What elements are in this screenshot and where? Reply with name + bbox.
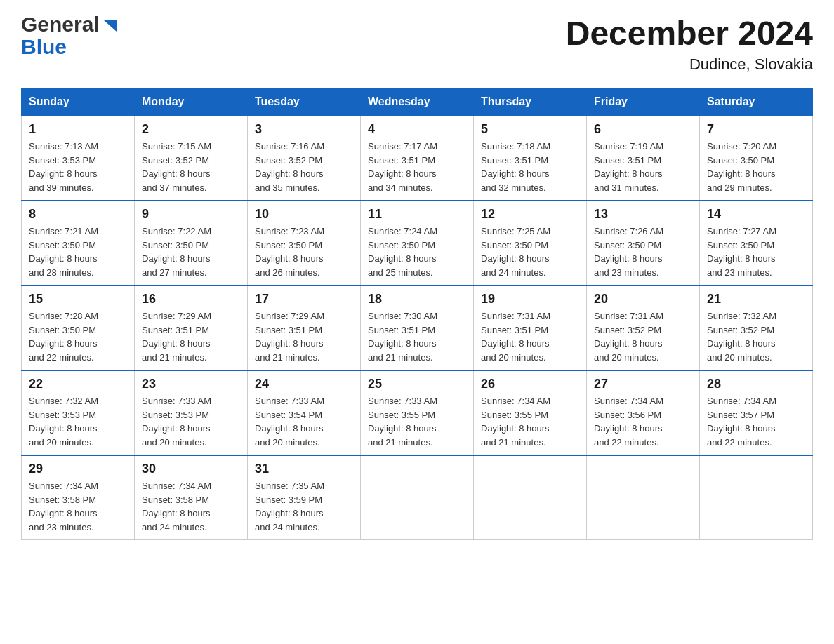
- day-info: Sunrise: 7:17 AM Sunset: 3:51 PM Dayligh…: [368, 140, 466, 194]
- table-row: 2 Sunrise: 7:15 AM Sunset: 3:52 PM Dayli…: [135, 116, 248, 201]
- svg-marker-0: [104, 20, 117, 32]
- day-info: Sunrise: 7:34 AM Sunset: 3:55 PM Dayligh…: [481, 394, 579, 449]
- day-number: 18: [368, 292, 466, 307]
- table-row: 17 Sunrise: 7:29 AM Sunset: 3:51 PM Dayl…: [248, 286, 361, 370]
- col-saturday: Saturday: [700, 88, 813, 116]
- table-row: 13 Sunrise: 7:26 AM Sunset: 3:50 PM Dayl…: [587, 201, 700, 286]
- day-info: Sunrise: 7:16 AM Sunset: 3:52 PM Dayligh…: [255, 140, 353, 194]
- table-row: 19 Sunrise: 7:31 AM Sunset: 3:51 PM Dayl…: [474, 286, 587, 370]
- calendar-table: Sunday Monday Tuesday Wednesday Thursday…: [21, 88, 813, 540]
- day-info: Sunrise: 7:13 AM Sunset: 3:53 PM Dayligh…: [29, 140, 127, 194]
- table-row: 22 Sunrise: 7:32 AM Sunset: 3:53 PM Dayl…: [22, 370, 135, 455]
- day-info: Sunrise: 7:29 AM Sunset: 3:51 PM Dayligh…: [255, 309, 353, 364]
- day-info: Sunrise: 7:25 AM Sunset: 3:50 PM Dayligh…: [481, 224, 579, 279]
- day-number: 19: [481, 292, 579, 307]
- day-info: Sunrise: 7:23 AM Sunset: 3:50 PM Dayligh…: [255, 224, 353, 279]
- day-number: 14: [707, 207, 805, 222]
- day-number: 20: [594, 292, 692, 307]
- table-row: 9 Sunrise: 7:22 AM Sunset: 3:50 PM Dayli…: [135, 201, 248, 286]
- day-info: Sunrise: 7:34 AM Sunset: 3:58 PM Dayligh…: [142, 479, 240, 534]
- table-row: 18 Sunrise: 7:30 AM Sunset: 3:51 PM Dayl…: [361, 286, 474, 370]
- day-info: Sunrise: 7:24 AM Sunset: 3:50 PM Dayligh…: [368, 224, 466, 279]
- day-info: Sunrise: 7:34 AM Sunset: 3:58 PM Dayligh…: [29, 479, 127, 534]
- day-info: Sunrise: 7:32 AM Sunset: 3:52 PM Dayligh…: [707, 309, 805, 364]
- table-row: [700, 455, 813, 540]
- table-row: 16 Sunrise: 7:29 AM Sunset: 3:51 PM Dayl…: [135, 286, 248, 370]
- day-number: 28: [707, 377, 805, 391]
- col-wednesday: Wednesday: [361, 88, 474, 116]
- table-row: [474, 455, 587, 540]
- table-row: 23 Sunrise: 7:33 AM Sunset: 3:53 PM Dayl…: [135, 370, 248, 455]
- table-row: 1 Sunrise: 7:13 AM Sunset: 3:53 PM Dayli…: [22, 116, 135, 201]
- calendar-week-row: 1 Sunrise: 7:13 AM Sunset: 3:53 PM Dayli…: [22, 116, 813, 201]
- table-row: 29 Sunrise: 7:34 AM Sunset: 3:58 PM Dayl…: [22, 455, 135, 540]
- day-number: 29: [29, 462, 127, 476]
- day-number: 15: [29, 292, 127, 307]
- calendar-week-row: 22 Sunrise: 7:32 AM Sunset: 3:53 PM Dayl…: [22, 370, 813, 455]
- day-info: Sunrise: 7:27 AM Sunset: 3:50 PM Dayligh…: [707, 224, 805, 279]
- day-info: Sunrise: 7:35 AM Sunset: 3:59 PM Dayligh…: [255, 479, 353, 534]
- day-number: 30: [142, 462, 240, 476]
- table-row: 25 Sunrise: 7:33 AM Sunset: 3:55 PM Dayl…: [361, 370, 474, 455]
- table-row: 28 Sunrise: 7:34 AM Sunset: 3:57 PM Dayl…: [700, 370, 813, 455]
- day-number: 5: [481, 122, 579, 137]
- day-number: 23: [142, 377, 240, 391]
- day-info: Sunrise: 7:34 AM Sunset: 3:57 PM Dayligh…: [707, 394, 805, 449]
- day-info: Sunrise: 7:33 AM Sunset: 3:53 PM Dayligh…: [142, 394, 240, 449]
- day-number: 10: [255, 207, 353, 222]
- logo: General Blue: [21, 14, 118, 58]
- table-row: [587, 455, 700, 540]
- day-info: Sunrise: 7:21 AM Sunset: 3:50 PM Dayligh…: [29, 224, 127, 279]
- calendar-subtitle: Dudince, Slovakia: [566, 55, 813, 74]
- calendar-header-row: Sunday Monday Tuesday Wednesday Thursday…: [22, 88, 813, 116]
- page-header: General Blue December 2024 Dudince, Slov…: [21, 14, 813, 74]
- title-section: December 2024 Dudince, Slovakia: [566, 14, 813, 74]
- col-tuesday: Tuesday: [248, 88, 361, 116]
- day-number: 25: [368, 377, 466, 391]
- day-info: Sunrise: 7:29 AM Sunset: 3:51 PM Dayligh…: [142, 309, 240, 364]
- day-info: Sunrise: 7:26 AM Sunset: 3:50 PM Dayligh…: [594, 224, 692, 279]
- day-info: Sunrise: 7:19 AM Sunset: 3:51 PM Dayligh…: [594, 140, 692, 194]
- day-number: 21: [707, 292, 805, 307]
- day-number: 8: [29, 207, 127, 222]
- table-row: 14 Sunrise: 7:27 AM Sunset: 3:50 PM Dayl…: [700, 201, 813, 286]
- table-row: [361, 455, 474, 540]
- day-info: Sunrise: 7:33 AM Sunset: 3:54 PM Dayligh…: [255, 394, 353, 449]
- day-number: 24: [255, 377, 353, 391]
- day-info: Sunrise: 7:31 AM Sunset: 3:52 PM Dayligh…: [594, 309, 692, 364]
- day-number: 16: [142, 292, 240, 307]
- day-number: 31: [255, 462, 353, 476]
- day-number: 4: [368, 122, 466, 137]
- day-number: 7: [707, 122, 805, 137]
- calendar-title: December 2024: [566, 14, 813, 53]
- table-row: 7 Sunrise: 7:20 AM Sunset: 3:50 PM Dayli…: [700, 116, 813, 201]
- table-row: 30 Sunrise: 7:34 AM Sunset: 3:58 PM Dayl…: [135, 455, 248, 540]
- table-row: 12 Sunrise: 7:25 AM Sunset: 3:50 PM Dayl…: [474, 201, 587, 286]
- table-row: 6 Sunrise: 7:19 AM Sunset: 3:51 PM Dayli…: [587, 116, 700, 201]
- table-row: 15 Sunrise: 7:28 AM Sunset: 3:50 PM Dayl…: [22, 286, 135, 370]
- logo-blue: Blue: [21, 36, 118, 58]
- calendar-week-row: 8 Sunrise: 7:21 AM Sunset: 3:50 PM Dayli…: [22, 201, 813, 286]
- day-info: Sunrise: 7:15 AM Sunset: 3:52 PM Dayligh…: [142, 140, 240, 194]
- day-number: 11: [368, 207, 466, 222]
- logo-triangle-icon: [102, 15, 118, 36]
- day-number: 3: [255, 122, 353, 137]
- table-row: 20 Sunrise: 7:31 AM Sunset: 3:52 PM Dayl…: [587, 286, 700, 370]
- col-monday: Monday: [135, 88, 248, 116]
- table-row: 26 Sunrise: 7:34 AM Sunset: 3:55 PM Dayl…: [474, 370, 587, 455]
- day-info: Sunrise: 7:33 AM Sunset: 3:55 PM Dayligh…: [368, 394, 466, 449]
- day-info: Sunrise: 7:34 AM Sunset: 3:56 PM Dayligh…: [594, 394, 692, 449]
- day-info: Sunrise: 7:31 AM Sunset: 3:51 PM Dayligh…: [481, 309, 579, 364]
- day-info: Sunrise: 7:32 AM Sunset: 3:53 PM Dayligh…: [29, 394, 127, 449]
- calendar-week-row: 15 Sunrise: 7:28 AM Sunset: 3:50 PM Dayl…: [22, 286, 813, 370]
- col-thursday: Thursday: [474, 88, 587, 116]
- calendar-week-row: 29 Sunrise: 7:34 AM Sunset: 3:58 PM Dayl…: [22, 455, 813, 540]
- table-row: 4 Sunrise: 7:17 AM Sunset: 3:51 PM Dayli…: [361, 116, 474, 201]
- day-info: Sunrise: 7:22 AM Sunset: 3:50 PM Dayligh…: [142, 224, 240, 279]
- day-number: 6: [594, 122, 692, 137]
- col-sunday: Sunday: [22, 88, 135, 116]
- table-row: 8 Sunrise: 7:21 AM Sunset: 3:50 PM Dayli…: [22, 201, 135, 286]
- day-number: 17: [255, 292, 353, 307]
- table-row: 3 Sunrise: 7:16 AM Sunset: 3:52 PM Dayli…: [248, 116, 361, 201]
- day-number: 2: [142, 122, 240, 137]
